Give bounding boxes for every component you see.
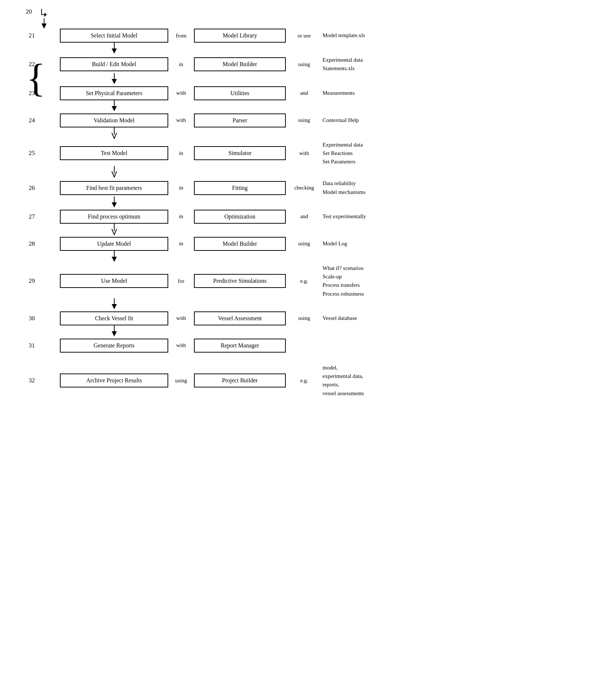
process-box-32: Archive Project Results <box>60 364 168 398</box>
process-box-24: Validation Model <box>60 113 168 127</box>
svg-marker-14 <box>112 202 117 208</box>
resource-23: Measurements <box>323 86 601 100</box>
arrow-row-24 <box>11 127 601 141</box>
step-number-28: 28 <box>11 237 35 251</box>
svg-marker-2 <box>44 12 47 17</box>
connector1-29: for <box>168 264 194 298</box>
brace-26 <box>53 179 60 196</box>
svg-marker-10 <box>112 106 117 111</box>
arrow-row-28 <box>11 251 601 264</box>
arrow-row-30 <box>11 325 601 339</box>
process-box-29: Use Model <box>60 264 168 298</box>
down-arrow-30 <box>60 325 168 339</box>
connector1-23: with <box>168 86 194 100</box>
tool-box-23: Utilities <box>194 86 286 100</box>
arrow-row-21 <box>11 43 601 56</box>
connector1-26: in <box>168 179 194 196</box>
arrow-into-31 <box>35 339 53 353</box>
tool-box-26: Fitting <box>194 181 286 195</box>
process-label-25: Test Model <box>60 146 168 160</box>
tool-box-28: Model Builder <box>194 237 286 251</box>
process-label-24: Validation Model <box>60 113 168 127</box>
resource-26: Data reliabilityModel mechanisms <box>323 179 601 196</box>
flow-table: 21Select Initial ModelfromModel Libraryo… <box>11 29 601 398</box>
connector1-28: in <box>168 237 194 251</box>
flow-row: 30Check Vessel fitwithVessel Assessmentu… <box>11 311 601 325</box>
resource-25: Experimental dataSet ReactionsSet Parame… <box>323 141 601 166</box>
brace-31 <box>53 339 60 353</box>
flow-row: 27Find process optimuminOptimizationandT… <box>11 210 601 224</box>
down-arrow-21 <box>60 43 168 56</box>
solid-arrow-icon <box>112 73 117 85</box>
process-box-31: Generate Reports <box>60 339 168 353</box>
solid-arrow-icon <box>112 325 117 337</box>
step-number-25: 25 <box>11 141 35 166</box>
tool-cell-30: Vessel Assessment <box>194 311 286 325</box>
step-number-32: 32 <box>11 364 35 398</box>
step-number-29: 29 <box>11 264 35 298</box>
process-box-28: Update Model <box>60 237 168 251</box>
tool-cell-25: Simulator <box>194 141 286 166</box>
tool-cell-31: Report Manager <box>194 339 286 353</box>
resource-27: Test experimentally <box>323 210 601 224</box>
tool-box-22: Model Builder <box>194 57 286 71</box>
down-arrow-24 <box>60 127 168 141</box>
down-arrow-29 <box>60 298 168 311</box>
connector2-23: and <box>286 86 323 100</box>
arrow-into-27 <box>35 210 53 224</box>
tool-box-30: Vessel Assessment <box>194 311 286 325</box>
connector2-32: e.g. <box>286 364 323 398</box>
step-number-21: 21 <box>11 29 35 43</box>
brace-25 <box>53 141 60 166</box>
hollow-arrow-icon <box>112 127 117 139</box>
step-number-24: 24 <box>11 113 35 127</box>
solid-arrow-icon <box>112 100 117 112</box>
brace-23 <box>53 86 60 100</box>
process-label-27: Find process optimum <box>60 210 168 224</box>
tool-cell-21: Model Library <box>194 29 286 43</box>
arrow-row-26 <box>11 196 601 210</box>
process-box-23: Set Physical Parameters <box>60 86 168 100</box>
arrow-into-30 <box>35 311 53 325</box>
brace-21 <box>53 29 60 43</box>
step-number-26: 26 <box>11 179 35 196</box>
connector2-22: using <box>286 56 323 73</box>
flow-row: 21Select Initial ModelfromModel Libraryo… <box>11 29 601 43</box>
arrow-row-25 <box>11 166 601 179</box>
step-number-30: 30 <box>11 311 35 325</box>
connector2-24: using <box>286 113 323 127</box>
process-label-30: Check Vessel fit <box>60 311 168 325</box>
brace-27 <box>53 210 60 224</box>
process-label-32: Archive Project Results <box>60 374 168 387</box>
resource-29: What if? scenariosScale-upProcess transf… <box>323 264 601 298</box>
arrow-into-32 <box>35 364 53 398</box>
process-label-29: Use Model <box>60 274 168 288</box>
step-number-31: 31 <box>11 339 35 353</box>
connector1-21: from <box>168 29 194 43</box>
flow-row: 25Test ModelinSimulatorwithExperimental … <box>11 141 601 166</box>
flow-row: 32Archive Project ResultsusingProject Bu… <box>11 364 601 398</box>
process-label-31: Generate Reports <box>60 339 168 353</box>
flow-row: 31Generate ReportswithReport Manager <box>11 339 601 353</box>
connector2-26: checking <box>286 179 323 196</box>
arrow-row-23 <box>11 100 601 113</box>
flow-row: 26Find best fit parametersinFittingcheck… <box>11 179 601 196</box>
arrow-into-28 <box>35 237 53 251</box>
process-label-28: Update Model <box>60 237 168 251</box>
connector2-28: using <box>286 237 323 251</box>
connector2-21: or use <box>286 29 323 43</box>
tool-box-27: Optimization <box>194 210 286 224</box>
process-box-25: Test Model <box>60 141 168 166</box>
connector2-27: and <box>286 210 323 224</box>
flow-row: 28Update ModelinModel BuilderusingModel … <box>11 237 601 251</box>
down-arrow-25 <box>60 166 168 179</box>
down-arrow-31 <box>60 353 168 364</box>
connector1-24: with <box>168 113 194 127</box>
arrow-into-24 <box>35 113 53 127</box>
process-label-22: Build / Edit Model <box>60 57 168 71</box>
connector1-27: in <box>168 210 194 224</box>
tool-cell-29: Predictive Simulations <box>194 264 286 298</box>
brace-30 <box>53 311 60 325</box>
connector2-29: e.g. <box>286 264 323 298</box>
connector2-31 <box>286 339 323 353</box>
